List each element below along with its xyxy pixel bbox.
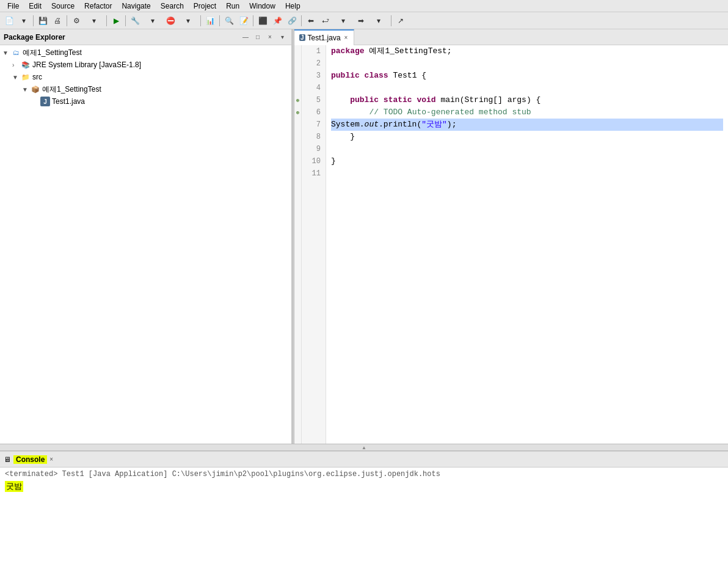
tree-item-jre[interactable]: › 📚 JRE System Library [JavaSE-1.8] [0, 59, 291, 71]
file-icon: J [40, 97, 50, 106]
toolbar-btn6[interactable]: 📊 [203, 14, 217, 28]
linenum-8: 8 [307, 131, 321, 143]
menu-navigate[interactable]: Navigate [117, 1, 155, 12]
package-label: 예제1_SettingTest [42, 84, 101, 95]
console-close-button[interactable]: × [49, 456, 53, 463]
menu-refactor[interactable]: Refactor [79, 1, 117, 12]
tree-item-package[interactable]: ▼ 📦 예제1_SettingTest [0, 83, 291, 95]
package-icon: 📦 [31, 84, 40, 94]
tab-close-button[interactable]: × [343, 34, 349, 42]
linenum-11: 11 [307, 167, 321, 180]
linenum-3: 3 [307, 70, 321, 82]
console-output-text: 굿밤 [5, 481, 23, 492]
code-line-4 [331, 82, 723, 94]
view-menu-button[interactable]: ▾ [277, 32, 288, 43]
src-label: src [32, 73, 42, 81]
toolbar-btn3[interactable]: ⚙ [70, 14, 83, 28]
console-icon: 🖥 [4, 455, 11, 464]
menu-search[interactable]: Search [156, 1, 189, 12]
editor-panel: J Test1.java × ⊕ ⊕ [294, 29, 728, 444]
src-icon: 📁 [21, 72, 31, 82]
gutter-6: ⊕ [294, 106, 301, 119]
toolbar-btn4[interactable]: 🔧 [128, 14, 142, 28]
save-button[interactable]: 💾 [36, 14, 49, 28]
editor-tabs: J Test1.java × [294, 29, 728, 45]
menu-edit[interactable]: Edit [24, 1, 46, 12]
gutter-9 [294, 143, 301, 155]
run-button[interactable]: ▶ [109, 14, 123, 28]
toolbar-dropdown2[interactable]: ▾ [84, 14, 104, 28]
linenum-2: 2 [307, 57, 321, 70]
menu-source[interactable]: Source [46, 1, 79, 12]
project-icon: 🗂 [11, 48, 21, 57]
editor-tab-test1[interactable]: J Test1.java × [294, 29, 354, 45]
menu-window[interactable]: Window [244, 1, 280, 12]
toolbar-btn12[interactable]: ⬅ [304, 14, 318, 28]
tab-file-icon: J [299, 34, 305, 41]
new-button[interactable]: 📄 [2, 14, 16, 28]
linenum-9: 9 [307, 143, 321, 155]
linenum-5: 5 [307, 94, 321, 106]
menubar: File Edit Source Refactor Navigate Searc… [0, 0, 728, 12]
toolbar-btn11[interactable]: 🔗 [285, 14, 299, 28]
code-line-8: } [331, 131, 723, 143]
menu-file[interactable]: File [2, 1, 24, 12]
toolbar-btn14[interactable]: ➡ [354, 14, 368, 28]
toolbar-btn7[interactable]: 🔍 [222, 14, 236, 28]
toggle-jre: › [12, 62, 20, 68]
tab-label: Test1.java [308, 34, 341, 42]
gutter-11 [294, 167, 301, 180]
package-explorer-header: Package Explorer — □ × ▾ [0, 29, 291, 45]
toolbar-dropdown3[interactable]: ▾ [143, 14, 162, 28]
console-title: Console [13, 455, 47, 464]
code-editor[interactable]: ⊕ ⊕ 1 2 3 4 5 6 7 8 9 [294, 45, 728, 444]
console-header: 🖥 Console × [0, 452, 728, 468]
console-terminated-text: <terminated> Test1 [Java Application] C:… [5, 470, 723, 479]
gutter-7 [294, 119, 301, 131]
code-line-7: System.out.println("굿밤"); [331, 119, 723, 131]
toolbar-btn15[interactable]: ↗ [394, 14, 407, 28]
print-button[interactable]: 🖨 [51, 14, 64, 28]
close-panel-button[interactable]: × [264, 32, 275, 43]
toolbar-dropdown1[interactable]: ▾ [17, 14, 31, 28]
code-content[interactable]: package 예제1_SettingTest; public class Te… [326, 45, 728, 444]
code-line-6: // TODO Auto-generated method stub [331, 106, 723, 119]
package-explorer-title: Package Explorer [4, 33, 240, 42]
toolbar-btn10[interactable]: 📌 [271, 14, 284, 28]
toolbar-btn9[interactable]: ⬛ [256, 14, 269, 28]
minimize-button[interactable]: — [240, 32, 251, 43]
menu-run[interactable]: Run [221, 1, 244, 12]
gutter-10 [294, 155, 301, 167]
toggle-package: ▼ [22, 86, 29, 93]
file-label: Test1.java [52, 97, 85, 106]
gutter-5: ⊕ [294, 94, 301, 106]
toolbar: 📄 ▾ 💾 🖨 ⚙ ▾ ▶ 🔧 ▾ ⛔ ▾ 📊 🔍 📝 ⬛ 📌 🔗 ⬅ ⮐ ▾ … [0, 12, 728, 29]
gutter-marks: ⊕ ⊕ [294, 45, 302, 444]
console-body: <terminated> Test1 [Java Application] C:… [0, 468, 728, 561]
code-line-1: package 예제1_SettingTest; [331, 45, 723, 57]
toolbar-btn5[interactable]: ⛔ [164, 14, 177, 28]
scroll-arrow-up[interactable]: ▲ [362, 445, 366, 450]
jre-icon: 📚 [21, 60, 31, 70]
tree-item-file[interactable]: J Test1.java [0, 95, 291, 108]
linenum-4: 4 [307, 82, 321, 94]
toolbar-dropdown6[interactable]: ▾ [369, 14, 388, 28]
tree-item-project[interactable]: ▼ 🗂 예제1_SettingTest [0, 46, 291, 59]
code-line-5: public static void main(String[] args) { [331, 94, 723, 106]
menu-help[interactable]: Help [280, 1, 305, 12]
toolbar-btn13[interactable]: ⮐ [319, 14, 332, 28]
toolbar-dropdown4[interactable]: ▾ [178, 14, 198, 28]
linenum-6: 6 [307, 106, 321, 119]
console-panel: 🖥 Console × <terminated> Test1 [Java App… [0, 451, 728, 561]
tree-item-src[interactable]: ▼ 📁 src [0, 71, 291, 83]
maximize-button[interactable]: □ [252, 32, 263, 43]
menu-project[interactable]: Project [189, 1, 221, 12]
toolbar-dropdown5[interactable]: ▾ [333, 14, 353, 28]
linenum-1: 1 [307, 45, 321, 57]
toggle-file [32, 98, 39, 105]
package-explorer-panel: Package Explorer — □ × ▾ ▼ 🗂 예제1_Setting… [0, 29, 292, 444]
toolbar-btn8[interactable]: 📝 [237, 14, 250, 28]
gutter-4 [294, 82, 301, 94]
code-line-10: } [331, 155, 723, 167]
tree-area: ▼ 🗂 예제1_SettingTest › 📚 JRE System Libra… [0, 45, 291, 444]
